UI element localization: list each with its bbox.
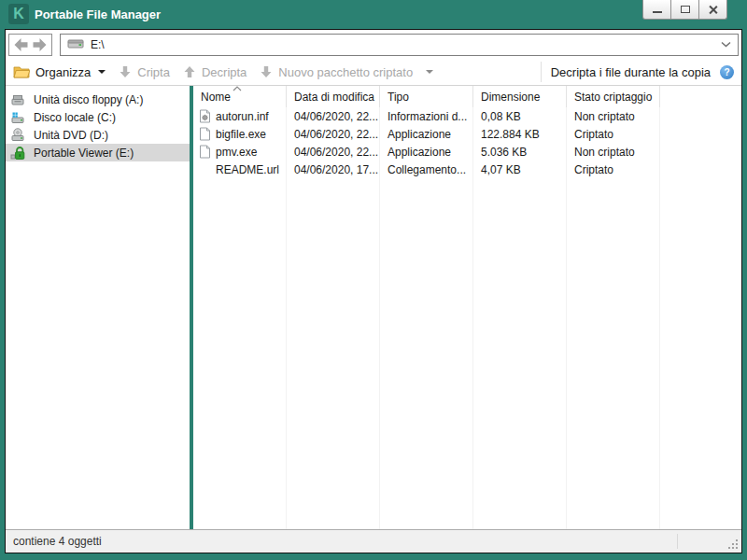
address-bar[interactable]: E:\ [60, 34, 739, 56]
sidebar-item-label: Portable Viewer (E:) [34, 147, 134, 160]
package-arrow-down-icon [260, 65, 273, 78]
file-name: pmv.exe [216, 146, 257, 159]
file-name-cell: bigfile.exe [193, 127, 287, 141]
file-modified-cell: 04/06/2020, 22... [287, 146, 380, 159]
maximize-icon [681, 6, 690, 13]
file-status-cell: Non criptato [567, 110, 660, 123]
address-text: E:\ [91, 38, 105, 51]
file-name-cell: README.url [193, 162, 287, 176]
navigation-bar: E:\ [6, 30, 741, 59]
column-gridline [659, 86, 660, 529]
maximize-button[interactable] [670, 0, 699, 20]
sidebar-item-disk-c[interactable]: Disco locale (C:) [6, 108, 190, 126]
portable-file-manager-window: K Portable File Manager [0, 0, 747, 560]
column-header-dimensione[interactable]: Dimensione [473, 86, 567, 107]
drive-icon [67, 38, 84, 50]
window-controls [643, 0, 727, 20]
forward-arrow-icon[interactable] [32, 37, 48, 52]
decripta-button[interactable]: Decripta [183, 65, 247, 79]
file-modified-cell: 04/06/2020, 22... [287, 128, 380, 141]
file-list: Nome Data di modifica Tipo Dimensione St… [193, 86, 741, 529]
help-icon[interactable]: ? [720, 65, 734, 79]
status-bar-separator [677, 534, 678, 549]
chevron-down-icon[interactable] [721, 41, 731, 48]
file-icon [199, 127, 211, 141]
file-name-cell: pmv.exe [193, 145, 287, 159]
column-gridline [566, 86, 567, 529]
encrypt-arrow-down-icon [119, 65, 132, 78]
organizza-button[interactable]: Organizza [13, 65, 106, 79]
file-type-cell: Applicazione [380, 146, 473, 159]
file-type-cell: Collegamento... [380, 163, 473, 176]
column-gridline [472, 86, 473, 529]
sidebar-item-dvd-d[interactable]: Unità DVD (D:) [6, 126, 190, 144]
title-bar[interactable]: K Portable File Manager [0, 0, 747, 29]
organizza-label: Organizza [35, 65, 91, 79]
sidebar-item-label: Unità disco floppy (A:) [34, 93, 143, 106]
nuovo-pacchetto-caret-icon [426, 70, 433, 74]
file-status-cell: Criptato [567, 128, 660, 141]
file-modified-cell: 04/06/2020, 22... [287, 110, 380, 123]
close-button[interactable] [698, 0, 727, 20]
column-header-tipo[interactable]: Tipo [380, 86, 473, 107]
column-header-stato[interactable]: Stato criptaggio [567, 86, 660, 107]
resize-grip[interactable] [727, 539, 740, 551]
decripta-label: Decripta [202, 65, 247, 79]
file-status-cell: Non criptato [567, 146, 660, 159]
sidebar-item-label: Disco locale (C:) [34, 111, 116, 124]
file-icon [199, 145, 211, 159]
drive-sidebar: Unità disco floppy (A:) Disco loca [6, 86, 190, 529]
file-modified-cell: 04/06/2020, 17... [287, 163, 380, 176]
column-header-data[interactable]: Data di modifica [287, 86, 380, 107]
file-type-cell: Informazioni d... [380, 110, 473, 123]
local-disk-icon [9, 110, 26, 125]
dvd-drive-icon [9, 128, 26, 143]
file-size-cell: 122.884 KB [473, 128, 567, 141]
status-text: contiene 4 oggetti [13, 535, 102, 548]
organizza-caret-icon [98, 70, 106, 74]
sidebar-item-portable-viewer-e[interactable]: Portable Viewer (E:) [6, 144, 190, 161]
decrypt-arrow-up-icon [183, 65, 196, 78]
column-gridline [379, 86, 380, 529]
file-name-cell: autorun.inf [193, 109, 287, 123]
file-list-header: Nome Data di modifica Tipo Dimensione St… [193, 86, 741, 107]
floppy-drive-icon [9, 92, 26, 107]
file-size-cell: 0,08 KB [473, 110, 567, 123]
no-icon [199, 162, 211, 176]
toolbar-right: Decripta i file durante la copia ? [541, 62, 734, 82]
kaspersky-logo-icon: K [8, 4, 29, 24]
file-name: autorun.inf [216, 110, 269, 123]
file-status-cell: Criptato [567, 163, 660, 176]
cripta-button[interactable]: Cripta [119, 65, 170, 79]
main-area: Unità disco floppy (A:) Disco loca [6, 86, 741, 529]
toolbar-separator [541, 62, 542, 82]
file-size-cell: 5.036 KB [473, 146, 567, 159]
file-type-cell: Applicazione [380, 128, 473, 141]
cripta-label: Cripta [137, 65, 170, 79]
column-gridline [286, 86, 287, 529]
folder-icon [13, 65, 30, 78]
lock-drive-icon [9, 146, 26, 161]
minimize-icon [653, 11, 662, 13]
status-bar: contiene 4 oggetti [6, 529, 741, 553]
decripta-copia-label: Decripta i file durante la copia [551, 65, 711, 79]
gear-file-icon [199, 109, 211, 123]
sidebar-item-label: Unità DVD (D:) [34, 129, 108, 142]
close-icon [708, 5, 718, 15]
minimize-button[interactable] [642, 0, 671, 20]
nuovo-pacchetto-button[interactable]: Nuovo pacchetto criptato [260, 65, 433, 79]
file-size-cell: 4,07 KB [473, 163, 567, 176]
nav-buttons [8, 34, 52, 56]
nuovo-pacchetto-label: Nuovo pacchetto criptato [278, 65, 413, 79]
file-name: bigfile.exe [216, 128, 266, 141]
sort-ascending-icon [233, 86, 242, 91]
window-title: Portable File Manager [35, 7, 161, 21]
window-content: E:\ Organizza Cripta [5, 29, 742, 553]
toolbar: Organizza Cripta Decripta Nuovo pacche [6, 59, 741, 86]
sidebar-item-floppy-a[interactable]: Unità disco floppy (A:) [6, 91, 190, 108]
file-name: README.url [216, 163, 279, 176]
back-arrow-icon[interactable] [13, 37, 29, 52]
